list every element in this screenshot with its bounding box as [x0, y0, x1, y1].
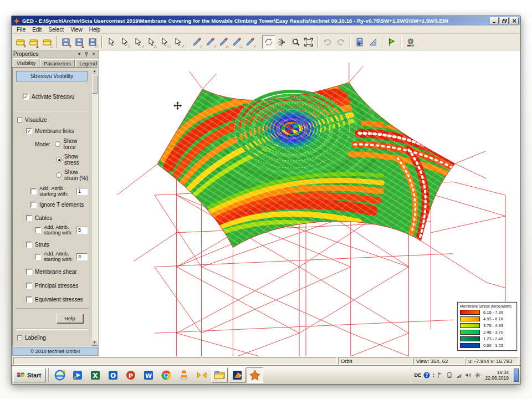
device-icon[interactable]: [446, 371, 453, 378]
ignore-t-label: Ignore T elements: [39, 202, 84, 208]
tab-legend[interactable]: Legend: [75, 59, 101, 67]
undo-button[interactable]: [321, 35, 334, 49]
taskbar-app-media-player[interactable]: [69, 367, 86, 383]
taskbar-app-ged-app[interactable]: [247, 367, 263, 383]
panel-pin-icon[interactable]: [83, 51, 90, 57]
activate-stressvu-checkbox[interactable]: ✓: [23, 94, 29, 100]
struts-add-attrib-checkbox[interactable]: [35, 254, 41, 260]
network-icon[interactable]: [474, 371, 481, 378]
menu-item-edit[interactable]: Edit: [29, 27, 45, 33]
tab-parameters[interactable]: Parameters: [40, 59, 75, 67]
equivalent-stresses-checkbox[interactable]: [26, 296, 32, 303]
draw-edges-button[interactable]: ∕: [243, 35, 257, 49]
menu-item-help[interactable]: Help: [86, 27, 104, 33]
close-button[interactable]: [510, 17, 519, 24]
cables-add-attrib-field[interactable]: [76, 227, 88, 234]
select-triangles-button[interactable]: △: [145, 35, 158, 49]
draw-triangles-button[interactable]: △: [217, 35, 230, 49]
taskbar-app-file-manager[interactable]: [211, 367, 228, 383]
show-force-radio[interactable]: [55, 141, 60, 147]
struts-label: Struts: [35, 242, 49, 248]
language-indicator[interactable]: DE: [414, 372, 421, 378]
zoom-extents-button[interactable]: [302, 35, 315, 49]
scroll-up-icon[interactable]: ▲: [91, 68, 98, 74]
properties-panel-titlebar[interactable]: Properties ▾ ✕: [12, 50, 99, 58]
struts-checkbox[interactable]: [26, 242, 32, 248]
taskbar-app-sync-tool[interactable]: [193, 367, 210, 383]
taskbar-app-chrome[interactable]: [158, 367, 175, 383]
show-strain-radio[interactable]: [56, 172, 62, 178]
menu-item-file[interactable]: File: [13, 27, 29, 33]
collapse-labeling-icon[interactable]: −: [17, 335, 22, 340]
draw-quads-button[interactable]: □: [230, 35, 243, 49]
taskbar-app-vlc[interactable]: [176, 367, 192, 383]
struts-add-attrib-field[interactable]: [76, 253, 88, 260]
zoom-in-button[interactable]: [275, 35, 289, 49]
orbit-button[interactable]: [262, 35, 275, 49]
measure-button[interactable]: [366, 35, 380, 49]
open-file-button[interactable]: #: [14, 35, 27, 49]
cables-add-attrib-checkbox[interactable]: [35, 227, 41, 233]
start-button[interactable]: Start: [13, 368, 46, 382]
collapse-visualize-icon[interactable]: −: [17, 117, 22, 122]
taskbar-app-word[interactable]: W: [140, 367, 157, 383]
select-button[interactable]: [105, 35, 118, 49]
membrane-shear-checkbox[interactable]: [26, 269, 32, 275]
flag-icon[interactable]: [436, 371, 443, 378]
panel-dropdown-icon[interactable]: ▾: [76, 51, 83, 57]
panel-scrollbar[interactable]: ▲ ▼: [91, 68, 98, 346]
panel-close-icon[interactable]: ✕: [90, 51, 97, 57]
drawing-viewport[interactable]: Membrane Stress (force/width) 6.16 - 7.3…: [99, 50, 520, 356]
draw-lines-button[interactable]: ∕: [203, 35, 217, 49]
membrane-add-attrib-checkbox[interactable]: [30, 188, 37, 195]
save-geometry-button[interactable]: □: [86, 35, 99, 49]
calculator-button[interactable]: [353, 35, 366, 49]
taskbar-app-excel[interactable]: X: [87, 367, 104, 383]
help-button[interactable]: Help: [57, 314, 83, 323]
redo-button[interactable]: [334, 35, 347, 49]
scroll-down-icon[interactable]: ▼: [91, 339, 98, 346]
membrane-add-attrib-field[interactable]: [76, 188, 88, 195]
menu-item-select[interactable]: Select: [45, 27, 67, 33]
taskbar-app-powerpoint[interactable]: P: [122, 367, 139, 383]
restore-button[interactable]: [500, 17, 509, 24]
membrane-links-checkbox[interactable]: ✓: [26, 128, 32, 134]
select-lines-button-badge: ∕: [143, 44, 144, 48]
divider: [16, 329, 89, 330]
signal-icon[interactable]: [455, 371, 462, 378]
run-button[interactable]: [385, 35, 398, 49]
open-geometry-button[interactable]: □: [40, 35, 54, 49]
taskbar-app-internet-explorer[interactable]: [52, 367, 68, 383]
taskbar-app-outlook[interactable]: O: [105, 367, 121, 383]
save-mesh-button[interactable]: ▲: [73, 35, 86, 49]
show-desktop-button[interactable]: [514, 369, 519, 382]
draw-points-button[interactable]: ○: [190, 35, 203, 49]
menu-item-view[interactable]: View: [67, 27, 86, 33]
show-stress-radio[interactable]: [56, 157, 62, 162]
scrollbar-thumb[interactable]: [92, 75, 98, 94]
struts-add-attrib-label: Add. Attrib. starting with:: [44, 251, 76, 262]
panel-footer: © 2018 technet GmbH: [12, 347, 98, 356]
cables-checkbox[interactable]: [26, 215, 32, 221]
volume-icon[interactable]: [464, 371, 472, 378]
mode-label: Mode:: [35, 141, 55, 147]
taskbar-app-photo-viewer[interactable]: [229, 367, 245, 383]
select-edges-button[interactable]: ∕: [171, 35, 185, 49]
tab-visibility[interactable]: Visibility: [13, 58, 39, 67]
select-lines-button[interactable]: ∕: [131, 35, 145, 49]
principal-stresses-checkbox[interactable]: [26, 283, 32, 289]
title-bar[interactable]: GED - E:\Synch\Archiv\Scia Usercontest 2…: [12, 16, 520, 25]
select-points-button[interactable]: ○: [118, 35, 131, 49]
labeling-group-row: − Labeling: [15, 335, 90, 341]
zoom-window-button[interactable]: [289, 35, 302, 49]
expand-icon[interactable]: ▴▾: [433, 372, 434, 378]
open-mesh-button[interactable]: ▲: [27, 35, 40, 49]
save-file-button[interactable]: #: [59, 35, 73, 49]
toolbar: #▲□#▲□○∕△□∕○∕△□∕: [12, 34, 520, 50]
ignore-t-checkbox[interactable]: [30, 202, 37, 208]
select-quads-button[interactable]: □: [158, 35, 171, 49]
help-icon[interactable]: ?: [423, 371, 431, 378]
select-quads-button-badge: □: [168, 44, 170, 48]
settings-button[interactable]: [404, 35, 417, 49]
minimize-button[interactable]: [490, 17, 499, 24]
